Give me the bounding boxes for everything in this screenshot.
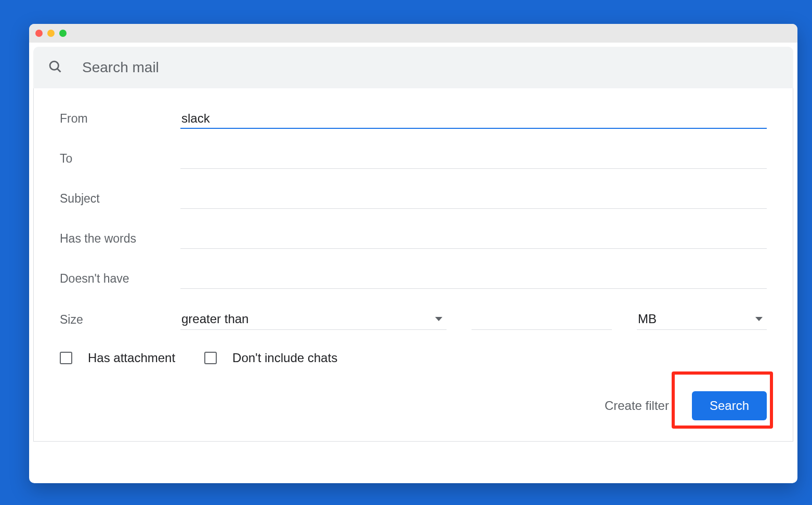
create-filter-link[interactable]: Create filter: [605, 398, 669, 413]
close-traffic-light-icon[interactable]: [35, 30, 43, 37]
doesnt-have-label: Doesn't have: [60, 272, 180, 289]
has-attachment-checkbox[interactable]: [60, 352, 72, 364]
svg-line-1: [57, 69, 60, 72]
svg-point-0: [50, 61, 58, 70]
to-label: To: [60, 152, 180, 169]
window-titlebar: [29, 24, 797, 43]
from-input[interactable]: [180, 109, 767, 129]
search-button[interactable]: Search: [692, 391, 767, 420]
zoom-traffic-light-icon[interactable]: [59, 30, 67, 37]
search-icon: [48, 59, 62, 76]
dont-include-chats-checkbox[interactable]: [204, 352, 217, 364]
size-unit-value: MB: [638, 312, 657, 326]
search-bar[interactable]: [33, 47, 793, 88]
size-comparator-select[interactable]: greater than: [180, 310, 447, 330]
search-input[interactable]: [81, 59, 779, 76]
subject-input[interactable]: [180, 190, 767, 209]
minimize-traffic-light-icon[interactable]: [47, 30, 55, 37]
has-words-input[interactable]: [180, 230, 767, 249]
to-input[interactable]: [180, 150, 767, 169]
size-amount-input[interactable]: [472, 312, 612, 330]
advanced-search-panel: From To Subject Has the words Doesn't ha…: [33, 88, 793, 442]
from-label: From: [60, 112, 180, 129]
doesnt-have-input[interactable]: [180, 270, 767, 289]
dont-include-chats-label: Don't include chats: [232, 351, 337, 365]
subject-label: Subject: [60, 192, 180, 209]
has-attachment-label: Has attachment: [88, 351, 175, 365]
has-words-label: Has the words: [60, 232, 180, 249]
chevron-down-icon: [435, 317, 442, 321]
size-unit-select[interactable]: MB: [637, 310, 767, 330]
size-label: Size: [60, 313, 180, 330]
size-comparator-value: greater than: [181, 312, 248, 326]
app-window: From To Subject Has the words Doesn't ha…: [29, 24, 797, 483]
chevron-down-icon: [755, 317, 763, 321]
